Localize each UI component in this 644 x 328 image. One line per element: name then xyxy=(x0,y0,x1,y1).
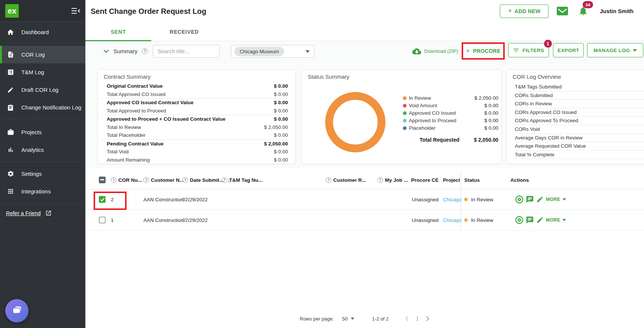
top-header: Sent Change Order Request Log + ADD NEW … xyxy=(85,0,644,22)
mail-button[interactable] xyxy=(557,7,568,17)
chat-launcher[interactable] xyxy=(5,299,28,322)
sidebar-item-tm-log[interactable]: T&M Log xyxy=(0,63,85,81)
contract-summary-row: Pending Contract Value$ 2,050.00 xyxy=(107,140,288,148)
filters-button[interactable]: FILTERS 1 xyxy=(508,43,549,57)
refer-a-friend-link[interactable]: Refer a Friend xyxy=(6,210,52,216)
status-dot xyxy=(464,219,468,222)
tab-sent[interactable]: SENT xyxy=(85,22,151,41)
external-link-icon xyxy=(45,210,52,216)
pinned-column-divider xyxy=(461,171,461,231)
row-checkbox[interactable] xyxy=(99,196,106,203)
column-header-procore-ce[interactable]: Procore CE xyxy=(411,177,439,183)
contract-summary-card: Contract Summary Original Contract Value… xyxy=(97,69,296,164)
contract-summary-row: Approved to Proceed + CO Issued Contract… xyxy=(107,115,288,123)
view-icon[interactable] xyxy=(515,195,524,204)
status-donut-chart xyxy=(322,88,389,156)
column-header-customer-name[interactable]: ?Customer N... xyxy=(143,177,184,183)
previous-page-button[interactable] xyxy=(405,316,408,321)
legend-dot xyxy=(403,104,407,108)
status-summary-title: Status Summary xyxy=(302,70,501,81)
column-header-tm-tag-number[interactable]: ?T&M Tag Nu... xyxy=(222,177,262,183)
help-icon[interactable]: ? xyxy=(143,177,149,183)
manage-log-button[interactable]: MANAGE LOG xyxy=(587,43,643,57)
rows-per-page-select[interactable]: 50 xyxy=(342,316,354,322)
cell-procore-ce: Unassigned xyxy=(412,197,438,202)
sidebar-item-projects[interactable]: Projects xyxy=(0,123,85,141)
page-title: Sent Change Order Request Log xyxy=(91,0,206,22)
clipboard-icon xyxy=(7,104,14,111)
sidebar-item-integrations[interactable]: Integrations xyxy=(0,183,85,200)
project-filter-select[interactable]: Chicago Museum xyxy=(231,45,315,58)
more-button[interactable]: MORE xyxy=(546,197,566,202)
sidebar-item-cor-log[interactable]: COR Log xyxy=(0,46,85,63)
column-header-customer-request[interactable]: ?Customer R... xyxy=(326,177,366,183)
list-icon xyxy=(7,69,14,76)
pagination: Rows per page: 50 1-2 of 2 1 xyxy=(85,311,644,326)
sidebar-item-label: Change Notification Log xyxy=(21,104,81,111)
legend-dot xyxy=(403,111,407,115)
grid-icon xyxy=(7,188,14,195)
page-number[interactable]: 1 xyxy=(416,316,419,322)
overview-row: CORs Approved CO Issued xyxy=(515,108,644,117)
sidebar-item-draft-cor-log[interactable]: Draft COR Log xyxy=(0,81,85,99)
edit-icon[interactable] xyxy=(536,196,544,203)
gear-icon xyxy=(7,170,14,178)
sidebar-item-change-notification-log[interactable]: Change Notification Log xyxy=(0,99,85,116)
collapse-menu-icon[interactable] xyxy=(71,7,80,14)
legend-dot xyxy=(403,119,407,123)
overview-row: CORs Submitted xyxy=(515,91,644,100)
table-row[interactable]: 1 AAN Construction ... 07/29/2022 Unassi… xyxy=(85,210,644,231)
overview-row: Total % Complete xyxy=(515,151,644,159)
more-button[interactable]: MORE xyxy=(546,217,566,223)
column-header-status[interactable]: Status xyxy=(464,177,480,183)
summary-collapse-toggle[interactable]: Summary ? xyxy=(103,41,148,61)
cell-project-name-link[interactable]: Chicago M xyxy=(443,197,462,202)
caret-down-icon xyxy=(306,50,310,53)
app-logo[interactable]: ex xyxy=(5,4,19,18)
filter-icon xyxy=(513,48,520,53)
sidebar-item-label: Analytics xyxy=(21,147,44,153)
help-icon[interactable]: ? xyxy=(222,177,227,183)
overview-row: CORs in Review xyxy=(515,100,644,108)
export-button[interactable]: EXPORT xyxy=(553,43,584,57)
sidebar-item-dashboard[interactable]: Dashboard xyxy=(0,23,85,41)
sidebar-item-settings[interactable]: Settings xyxy=(0,165,85,183)
procore-button[interactable]: + PROCORE xyxy=(466,47,501,55)
comment-icon[interactable] xyxy=(526,216,534,224)
view-icon[interactable] xyxy=(515,216,524,225)
tab-received[interactable]: RECEIVED xyxy=(151,22,217,41)
cell-date-submitted: 07/29/2022 xyxy=(182,197,208,202)
column-header-project-name[interactable]: Project Na xyxy=(443,177,461,183)
edit-icon[interactable] xyxy=(536,216,544,224)
download-zip-link[interactable]: Download (ZIP) xyxy=(412,41,458,61)
help-icon[interactable]: ? xyxy=(182,177,188,183)
comment-icon[interactable] xyxy=(526,195,534,204)
contract-summary-row: Total Approved CO Issued$ 0.00 xyxy=(107,90,288,99)
caret-down-icon xyxy=(633,49,637,52)
project-filter-chip[interactable]: Chicago Museum xyxy=(234,47,284,56)
column-header-my-job[interactable]: ?My Job ... xyxy=(377,177,408,183)
row-checkbox[interactable] xyxy=(99,217,106,223)
help-icon[interactable]: ? xyxy=(111,177,116,183)
next-page-button[interactable] xyxy=(426,316,429,321)
sidebar-item-label: Integrations xyxy=(21,188,51,195)
legend-item: Approved CO Issued$ 0.00 xyxy=(403,110,498,116)
search-input[interactable] xyxy=(153,45,220,58)
column-header-cor-number[interactable]: ?COR Nu... xyxy=(111,177,142,183)
select-all-checkbox[interactable] xyxy=(99,177,106,183)
sidebar-item-analytics[interactable]: Analytics xyxy=(0,141,85,159)
cell-project-name-link[interactable]: Chicago M xyxy=(443,217,462,223)
add-new-button[interactable]: + ADD NEW xyxy=(500,4,549,18)
help-icon[interactable]: ? xyxy=(142,48,148,54)
app-window: ex Dashboard xyxy=(0,0,644,328)
sidebar-nav: Dashboard COR Log T&M Log xyxy=(0,22,85,204)
document-icon xyxy=(7,51,14,58)
chevron-left-icon xyxy=(405,316,408,321)
sidebar-item-label: COR Log xyxy=(21,51,45,58)
contract-summary-row: Approved CO Issued Contract Value$ 0.00 xyxy=(107,99,288,107)
help-icon[interactable]: ? xyxy=(326,177,331,183)
help-icon[interactable]: ? xyxy=(377,177,383,183)
contract-summary-row: Total Approved to Proceed$ 0.00 xyxy=(107,107,288,115)
table-row[interactable]: 2 AAN Construction ... 07/29/2022 Unassi… xyxy=(85,189,644,210)
user-menu[interactable]: Justin Smith xyxy=(600,0,634,22)
